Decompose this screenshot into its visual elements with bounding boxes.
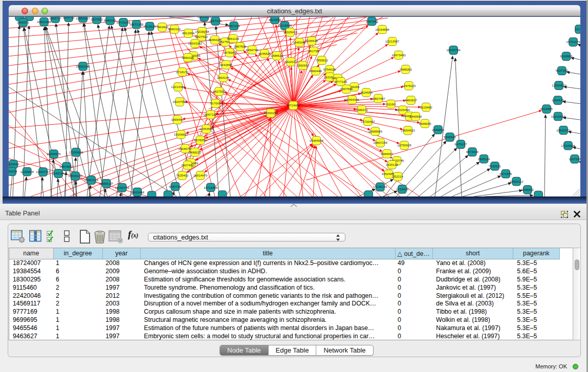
svg-text:9457791: 9457791 <box>169 185 182 188</box>
svg-text:8813054: 8813054 <box>269 18 281 21</box>
svg-text:12213389: 12213389 <box>171 85 185 89</box>
svg-text:12213967: 12213967 <box>385 39 400 43</box>
svg-text:16033809: 16033809 <box>197 17 211 18</box>
svg-text:2267234: 2267234 <box>209 19 222 23</box>
svg-text:11156828: 11156828 <box>20 170 34 173</box>
svg-text:9927462: 9927462 <box>182 163 194 167</box>
svg-text:9084067: 9084067 <box>381 152 394 156</box>
svg-text:17957225: 17957225 <box>84 178 99 182</box>
svg-text:917006: 917006 <box>210 101 221 105</box>
svg-text:11923448: 11923448 <box>130 190 145 194</box>
svg-text:10807487: 10807487 <box>371 97 385 100</box>
svg-text:9777169: 9777169 <box>335 80 347 83</box>
svg-text:29053346: 29053346 <box>76 64 90 68</box>
svg-text:8471876: 8471876 <box>499 172 512 176</box>
svg-text:16107552: 16107552 <box>172 100 187 103</box>
svg-text:1625751: 1625751 <box>62 17 75 19</box>
svg-text:99975867: 99975867 <box>59 165 74 168</box>
svg-text:1935061: 1935061 <box>9 162 20 166</box>
svg-text:12505135: 12505135 <box>68 174 82 178</box>
svg-text:8427552: 8427552 <box>213 90 226 93</box>
svg-text:19218506: 19218506 <box>278 24 292 27</box>
svg-text:9699695: 9699695 <box>419 122 431 125</box>
svg-text:1362602: 1362602 <box>297 63 310 67</box>
svg-text:14136141: 14136141 <box>373 185 387 188</box>
svg-text:5938923: 5938923 <box>444 135 456 139</box>
svg-text:20364436: 20364436 <box>345 98 359 101</box>
svg-text:19384554: 19384554 <box>310 139 324 142</box>
svg-text:8498222: 8498222 <box>189 150 202 154</box>
svg-text:20206576: 20206576 <box>47 152 61 156</box>
svg-text:1615132: 1615132 <box>386 163 399 166</box>
svg-text:2718170: 2718170 <box>176 70 189 74</box>
svg-text:8267110: 8267110 <box>205 113 217 116</box>
svg-text:10958107: 10958107 <box>99 182 114 185</box>
svg-text:1527602: 1527602 <box>91 17 103 21</box>
svg-text:1640954: 1640954 <box>432 128 445 132</box>
svg-text:1405571: 1405571 <box>17 20 30 24</box>
svg-text:62160: 62160 <box>386 102 396 106</box>
svg-text:9463627: 9463627 <box>405 98 418 102</box>
svg-text:7857224: 7857224 <box>228 24 241 28</box>
svg-text:5461194: 5461194 <box>227 37 239 40</box>
svg-text:12975115: 12975115 <box>402 84 416 87</box>
svg-text:7485063: 7485063 <box>400 68 412 71</box>
svg-text:16671355: 16671355 <box>129 23 144 26</box>
svg-text:19654923: 19654923 <box>401 128 415 132</box>
svg-text:6794028: 6794028 <box>323 68 336 71</box>
svg-text:10719155: 10719155 <box>116 20 130 24</box>
svg-text:17359938: 17359938 <box>69 150 83 154</box>
svg-text:9146821: 9146821 <box>258 52 271 55</box>
svg-text:16782759: 16782759 <box>115 186 129 189</box>
svg-text:10025458: 10025458 <box>396 108 410 112</box>
svg-text:9960124: 9960124 <box>168 27 181 31</box>
svg-text:1665496: 1665496 <box>171 118 184 121</box>
svg-text:8990448: 8990448 <box>310 69 322 73</box>
svg-text:8322037: 8322037 <box>285 60 297 63</box>
svg-text:1167533: 1167533 <box>569 157 580 161</box>
svg-text:252214: 252214 <box>393 174 403 178</box>
svg-text:16648784: 16648784 <box>446 48 461 52</box>
svg-text:3675685: 3675685 <box>224 51 236 54</box>
svg-text:2087682: 2087682 <box>365 19 378 23</box>
svg-text:12353594: 12353594 <box>199 127 213 130</box>
svg-text:1905717: 1905717 <box>49 17 62 20</box>
svg-text:15716485: 15716485 <box>204 186 218 189</box>
svg-text:20691406: 20691406 <box>37 20 51 24</box>
svg-text:13325419: 13325419 <box>283 30 297 34</box>
svg-text:8678352: 8678352 <box>194 138 207 142</box>
svg-text:10654112: 10654112 <box>510 180 524 183</box>
svg-text:18807249: 18807249 <box>373 141 387 144</box>
svg-text:9474444: 9474444 <box>466 150 479 154</box>
svg-text:12093823: 12093823 <box>552 83 566 87</box>
svg-text:8454749: 8454749 <box>246 48 259 52</box>
svg-text:2603144: 2603144 <box>217 76 230 79</box>
svg-text:10853267: 10853267 <box>76 17 90 20</box>
svg-text:6497568: 6497568 <box>340 87 353 91</box>
svg-text:1145194: 1145194 <box>52 171 64 175</box>
svg-text:6466160: 6466160 <box>104 18 117 22</box>
svg-text:9245652: 9245652 <box>521 188 534 191</box>
svg-text:11124: 11124 <box>575 27 580 31</box>
svg-text:7515526: 7515526 <box>143 25 156 28</box>
svg-text:16210643: 16210643 <box>551 115 565 118</box>
svg-text:18724007: 18724007 <box>286 103 300 107</box>
svg-text:939154: 939154 <box>9 169 17 173</box>
svg-text:9329966: 9329966 <box>560 54 573 58</box>
svg-text:1036510: 1036510 <box>306 39 318 42</box>
svg-text:6479197: 6479197 <box>454 142 467 146</box>
svg-text:9242848: 9242848 <box>220 63 233 67</box>
svg-text:1449594: 1449594 <box>409 115 422 118</box>
svg-text:16914479: 16914479 <box>193 173 208 177</box>
svg-text:16154808: 16154808 <box>375 28 389 31</box>
svg-text:10756928: 10756928 <box>397 143 411 147</box>
svg-text:9227342: 9227342 <box>556 69 569 72</box>
svg-text:8912954: 8912954 <box>182 31 195 35</box>
svg-text:9827503: 9827503 <box>195 35 208 38</box>
svg-text:1244415: 1244415 <box>552 98 564 102</box>
svg-text:7663822: 7663822 <box>156 25 169 29</box>
svg-text:10688609: 10688609 <box>368 129 382 133</box>
svg-text:7386372: 7386372 <box>356 108 368 112</box>
svg-text:961758: 961758 <box>309 49 319 53</box>
svg-text:7632621: 7632621 <box>489 164 502 168</box>
